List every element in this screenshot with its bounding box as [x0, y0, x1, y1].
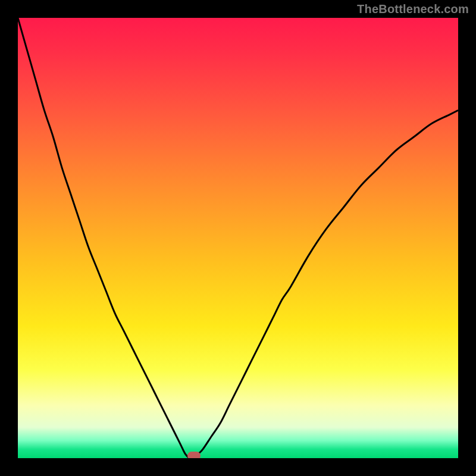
- bottleneck-curve: [18, 18, 458, 458]
- plot-area: [18, 18, 458, 458]
- curve-path: [18, 18, 458, 458]
- watermark-text: TheBottleneck.com: [357, 2, 469, 16]
- optimum-marker: [187, 452, 201, 458]
- chart-frame: TheBottleneck.com: [0, 0, 476, 476]
